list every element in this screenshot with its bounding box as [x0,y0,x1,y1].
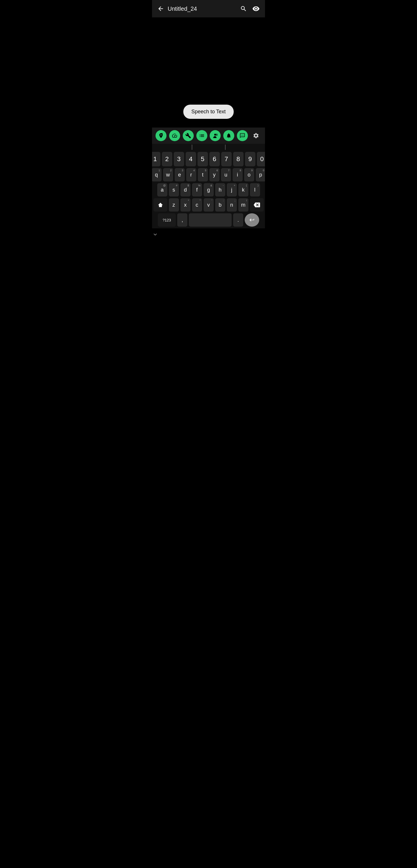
period-key[interactable]: . [233,213,243,227]
key-8[interactable]: 8 [233,152,244,166]
key-c[interactable]: "c [192,198,202,212]
key-s[interactable]: #s [169,183,179,196]
tools-icon[interactable] [183,130,194,141]
page-title: Untitled_24 [168,5,197,12]
settings-icon[interactable] [250,130,262,141]
key-m[interactable]: !m [238,198,248,212]
key-y[interactable]: 6y [209,168,219,181]
number-row: 1 2 3 4 5 6 7 8 9 0 [152,152,265,166]
row-zxcvbnm: z *x "c 'v :b ;n !m [152,198,265,212]
num-switch-key[interactable]: ?123 [158,213,176,227]
separator-line-left [192,145,192,150]
shift-key[interactable] [153,198,167,212]
keyboard-toolbar [152,127,265,144]
key-v[interactable]: 'v [204,198,214,212]
separator-line-right [225,145,225,150]
key-b[interactable]: :b [215,198,225,212]
backspace-key[interactable] [250,198,264,212]
key-4[interactable]: 4 [186,152,196,166]
bell-icon[interactable] [223,130,234,141]
speedometer-icon[interactable] [169,130,180,141]
location-plus-icon[interactable] [155,130,167,141]
key-q[interactable]: 1q [152,168,162,181]
key-a[interactable]: @a [157,183,167,196]
key-n[interactable]: ;n [227,198,237,212]
key-w[interactable]: 2w [163,168,173,181]
checklist-icon[interactable] [196,130,207,141]
enter-key[interactable] [245,213,259,227]
key-h[interactable]: -h [215,183,225,196]
key-k[interactable]: (k [238,183,248,196]
top-bar: Untitled_24 [152,0,265,18]
key-7[interactable]: 7 [221,152,232,166]
key-f[interactable]: %f [192,183,202,196]
svg-point-0 [217,134,217,135]
key-o[interactable]: 9o [244,168,254,181]
key-x[interactable]: *x [180,198,190,212]
key-d[interactable]: $d [180,183,190,196]
speech-to-text-tooltip[interactable]: Speech to Text [183,104,234,119]
message-icon[interactable] [237,130,248,141]
search-icon[interactable] [240,5,247,12]
key-i[interactable]: 8i [233,168,243,181]
top-bar-icons [240,5,260,12]
keyboard: 1 2 3 4 5 6 7 8 9 0 1q 2w 3e 4r 5t 6y 7u… [152,151,265,228]
key-p[interactable]: 0p [256,168,265,181]
key-z[interactable]: z [169,198,179,212]
bottom-row: ?123 , . [152,213,265,227]
row-asdf: @a #s $d %f &g -h +j (k )l [152,183,265,196]
key-3[interactable]: 3 [174,152,184,166]
eye-icon[interactable] [252,5,260,12]
key-5[interactable]: 5 [198,152,208,166]
key-1[interactable]: 1 [152,152,161,166]
key-j[interactable]: +j [227,183,237,196]
key-u[interactable]: 7u [221,168,231,181]
separator-row [152,144,265,151]
comma-key[interactable]: , [177,213,187,227]
key-2[interactable]: 2 [162,152,172,166]
top-bar-left: Untitled_24 [157,5,197,12]
row-qwerty: 1q 2w 3e 4r 5t 6y 7u 8i 9o 0p [152,168,265,181]
key-r[interactable]: 4r [186,168,196,181]
back-button[interactable] [157,5,164,12]
key-9[interactable]: 9 [245,152,255,166]
content-area: Speech to Text [152,18,265,127]
key-6[interactable]: 6 [209,152,220,166]
key-g[interactable]: &g [204,183,214,196]
key-t[interactable]: 5t [198,168,208,181]
key-e[interactable]: 3e [175,168,185,181]
key-l[interactable]: )l [250,183,260,196]
person-voice-icon[interactable] [210,130,221,141]
keyboard-hide-button[interactable] [152,228,265,239]
space-key[interactable] [189,213,232,227]
key-0[interactable]: 0 [257,152,265,166]
